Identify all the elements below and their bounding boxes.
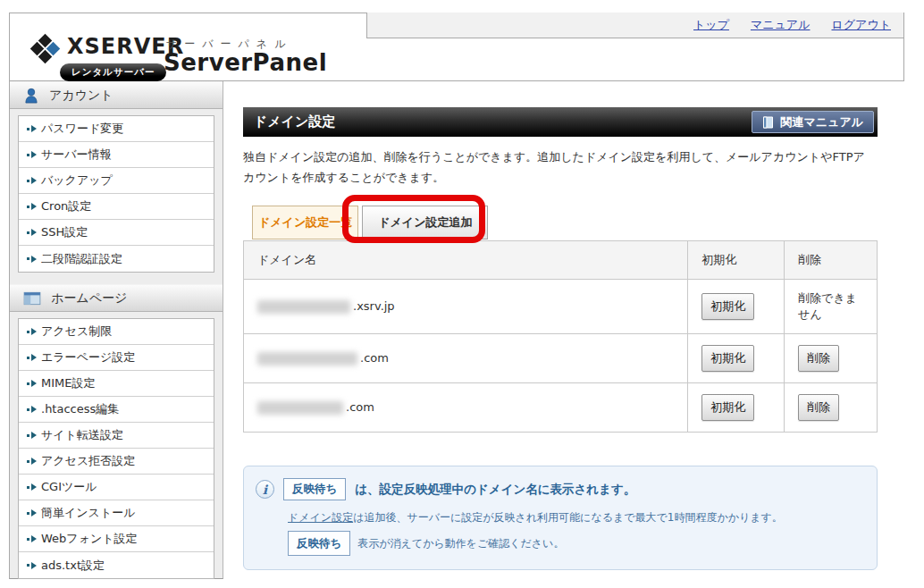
serverpanel-logo[interactable]: XSERVER レンタルサーバー サーバーパネル ServerPanel	[29, 31, 351, 81]
sidebar-item-access-deny[interactable]: アクセス拒否設定	[19, 449, 214, 475]
sidebar-item-label: 簡単インストール	[41, 505, 136, 521]
sidebar-item-password-change[interactable]: パスワード変更	[19, 116, 214, 142]
arrow-bullet-icon	[27, 535, 37, 542]
related-manual-button[interactable]: 関連マニュアル	[752, 111, 874, 133]
arrow-bullet-icon	[27, 125, 37, 132]
page-description: 独自ドメイン設定の追加、削除を行うことができます。追加したドメイン設定を利用して…	[243, 147, 876, 188]
top-nav: トップ マニュアル ログアウト	[366, 13, 904, 38]
tab-domain-list[interactable]: ドメイン設定一覧	[252, 206, 358, 239]
sidebar-item-label: MIME設定	[41, 375, 95, 391]
arrow-bullet-icon	[27, 406, 37, 413]
xserver-diamond-icon	[31, 35, 60, 63]
top-link[interactable]: トップ	[693, 17, 729, 33]
sidebar-item-ssh[interactable]: SSH設定	[19, 220, 214, 246]
sidebar-item-server-info[interactable]: サーバー情報	[19, 142, 214, 168]
sidebar: アカウント パスワード変更 サーバー情報 バックアップ Cron設定 SSH設定…	[9, 81, 223, 579]
sidebar-item-backup[interactable]: バックアップ	[19, 168, 214, 194]
redacted-domain	[257, 300, 350, 314]
header: XSERVER レンタルサーバー サーバーパネル ServerPanel トップ…	[9, 13, 904, 81]
info-line1-text: は、設定反映処理中のドメイン名に表示されます。	[355, 482, 635, 498]
sidebar-item-cron[interactable]: Cron設定	[19, 194, 214, 220]
sidebar-item-cgi-tools[interactable]: CGIツール	[19, 475, 214, 500]
arrow-bullet-icon	[27, 328, 37, 335]
sidebar-item-label: パスワード変更	[41, 121, 123, 137]
init-button[interactable]: 初期化	[701, 345, 754, 372]
sidebar-section-homepage: ホームページ	[10, 284, 223, 312]
sidebar-section-account: アカウント	[10, 81, 223, 109]
sidebar-item-label: アクセス制限	[41, 323, 112, 340]
info-icon: i	[256, 480, 274, 499]
serverpanel-title: ServerPanel	[164, 49, 327, 76]
init-button[interactable]: 初期化	[701, 293, 754, 320]
info-line3: 反映待ち 表示が消えてから動作をご確認ください。	[288, 531, 863, 556]
main-content: ドメイン設定 関連マニュアル 独自ドメイン設定の追加、削除を行うことができます。…	[243, 80, 878, 570]
init-cell: 初期化	[688, 383, 785, 433]
arrow-bullet-icon	[27, 256, 37, 263]
info-line3-text: 表示が消えてから動作をご確認ください。	[357, 534, 564, 552]
delete-cell: 削除できません	[785, 280, 878, 334]
info-box: i 反映待ち は、設定反映処理中のドメイン名に表示されます。 ドメイン設定は追加…	[243, 466, 878, 570]
arrow-bullet-icon	[27, 380, 37, 387]
tab-domain-add[interactable]: ドメイン設定追加	[362, 206, 488, 239]
sidebar-item-access-restriction[interactable]: アクセス制限	[19, 319, 214, 345]
domain-table: ドメイン名 初期化 削除 .xsrv.jp 初期化 削除できません .com 初…	[243, 240, 878, 433]
table-row: .com 初期化 削除	[244, 334, 878, 383]
arrow-bullet-icon	[27, 203, 37, 210]
arrow-bullet-icon	[27, 177, 37, 184]
sidebar-item-label: .htaccess編集	[41, 401, 119, 417]
sidebar-item-error-page[interactable]: エラーページ設定	[19, 345, 214, 371]
rental-server-badge: レンタルサーバー	[60, 63, 166, 81]
domain-suffix: .com	[346, 400, 374, 414]
delete-button[interactable]: 削除	[798, 345, 839, 372]
user-icon	[23, 88, 39, 104]
sidebar-item-label: ads.txt設定	[41, 558, 105, 574]
arrow-bullet-icon	[27, 229, 37, 236]
column-header-delete: 削除	[785, 241, 878, 280]
book-icon	[762, 116, 774, 129]
domain-name-cell: .xsrv.jp	[244, 280, 688, 334]
domain-name-cell: .com	[244, 334, 688, 383]
sidebar-item-label: SSH設定	[41, 224, 88, 240]
sidebar-item-easy-install[interactable]: 簡単インストール	[19, 500, 214, 526]
sidebar-item-site-transfer[interactable]: サイト転送設定	[19, 423, 214, 449]
redacted-domain	[257, 352, 357, 365]
sidebar-item-web-font[interactable]: Webフォント設定	[19, 526, 214, 552]
pending-badge: 反映待ち	[288, 531, 350, 556]
sidebar-section-title: アカウント	[49, 88, 113, 104]
init-button[interactable]: 初期化	[701, 394, 754, 421]
logout-link[interactable]: ログアウト	[831, 17, 891, 33]
domain-name-cell: .com	[244, 383, 688, 433]
sidebar-item-htaccess[interactable]: .htaccess編集	[19, 397, 214, 423]
sidebar-item-mime[interactable]: MIME設定	[19, 371, 214, 397]
delete-cell: 削除	[785, 383, 878, 433]
table-header-row: ドメイン名 初期化 削除	[244, 241, 878, 280]
arrow-bullet-icon	[27, 509, 37, 517]
arrow-bullet-icon	[27, 151, 37, 158]
manual-link[interactable]: マニュアル	[751, 17, 811, 33]
homepage-icon	[23, 291, 41, 306]
table-row: .xsrv.jp 初期化 削除できません	[244, 280, 878, 334]
tab-bar: ドメイン設定一覧 ドメイン設定追加	[243, 205, 878, 239]
column-header-init: 初期化	[688, 241, 785, 280]
page-title-bar: ドメイン設定 関連マニュアル	[243, 107, 878, 137]
table-row: .com 初期化 削除	[244, 383, 878, 433]
sidebar-item-label: サイト転送設定	[41, 427, 123, 443]
column-header-domain: ドメイン名	[244, 241, 688, 280]
sidebar-item-ads-txt[interactable]: ads.txt設定	[19, 552, 214, 578]
sidebar-item-label: Webフォント設定	[41, 531, 138, 547]
sidebar-item-label: 二段階認証設定	[41, 251, 122, 267]
sidebar-item-label: アクセス拒否設定	[41, 453, 135, 469]
pending-badge: 反映待ち	[283, 478, 346, 500]
sidebar-item-label: エラーページ設定	[41, 349, 135, 365]
arrow-bullet-icon	[27, 458, 37, 465]
sidebar-item-two-factor[interactable]: 二段階認証設定	[19, 246, 214, 272]
homepage-menu: アクセス制限 エラーページ設定 MIME設定 .htaccess編集 サイト転送…	[18, 318, 214, 579]
sidebar-item-label: Cron設定	[41, 198, 91, 214]
delete-button[interactable]: 削除	[798, 394, 839, 421]
info-line2: ドメイン設定は追加後、サーバーに設定が反映され利用可能になるまで最大で1時間程度…	[288, 508, 863, 526]
domain-settings-link[interactable]: ドメイン設定	[288, 511, 353, 524]
sidebar-item-label: バックアップ	[41, 172, 113, 189]
arrow-bullet-icon	[27, 354, 37, 361]
account-menu: パスワード変更 サーバー情報 バックアップ Cron設定 SSH設定 二段階認証…	[18, 115, 214, 273]
arrow-bullet-icon	[27, 562, 37, 569]
